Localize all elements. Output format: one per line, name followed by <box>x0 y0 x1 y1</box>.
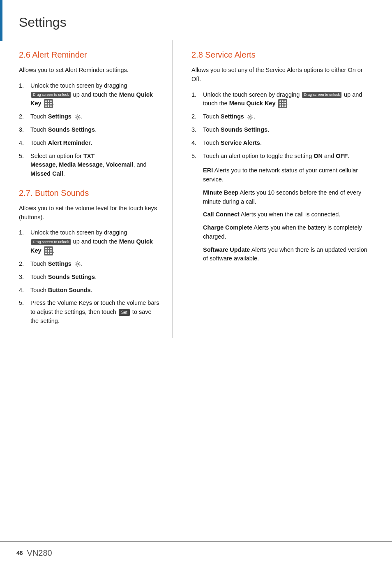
section-service-alerts: 2.8 Service Alerts Allows you to set any… <box>191 49 369 263</box>
step-number: 3. <box>19 273 30 282</box>
step-content: Press the Volume Keys or touch the volum… <box>30 299 160 325</box>
step-4-button-sounds: 4. Touch Button Sounds. <box>19 286 160 295</box>
page-title: Settings <box>19 8 376 32</box>
step-content: Touch Sounds Settings. <box>203 125 369 135</box>
section-button-sounds: 2.7. Button Sounds Allows you to set the… <box>19 187 160 326</box>
section-title-button-sounds: 2.7. Button Sounds <box>19 187 160 199</box>
step-content: Unlock the touch screen by dragging Drag… <box>203 91 369 109</box>
eri-description: ERI Alerts you to the network status of … <box>203 166 369 184</box>
step-3-alert-reminder: 3. Touch Sounds Settings. <box>19 125 160 135</box>
minute-beep-description: Minute Beep Alerts you 10 seconds before… <box>203 188 369 207</box>
step-number: 5. <box>19 299 30 308</box>
left-column: 2.6 Alert Reminder Allows you to set Ale… <box>0 40 173 338</box>
call-connect-term: Call Connect <box>203 211 240 218</box>
step-content: Touch Service Alerts. <box>203 139 369 148</box>
section-desc-service-alerts: Allows you to set any of the Service Ale… <box>191 66 369 84</box>
page-header: Settings <box>0 0 392 36</box>
eri-desc-text: Alerts you to the network status of your… <box>203 167 358 183</box>
alert-descriptions: ERI Alerts you to the network status of … <box>203 166 369 263</box>
step-content: Touch Sounds Settings. <box>30 125 160 135</box>
software-update-term: Software Update <box>203 246 250 253</box>
step-number: 2. <box>19 260 30 269</box>
page: Settings 2.6 Alert Reminder Allows you t… <box>0 0 392 564</box>
svg-point-0 <box>77 116 79 118</box>
step-content: Unlock the touch screen by dragging Drag… <box>30 81 160 109</box>
step-1-service-alerts: 1. Unlock the touch screen by dragging D… <box>191 91 369 109</box>
software-update-description: Software Update Alerts you when there is… <box>203 246 369 264</box>
step-2-button-sounds: 2. Touch Settings . <box>19 260 160 269</box>
menu-quick-key-icon <box>278 99 287 108</box>
svg-point-2 <box>249 116 251 118</box>
content-area: 2.6 Alert Reminder Allows you to set Ale… <box>0 36 392 338</box>
step-4-service-alerts: 4. Touch Service Alerts. <box>191 139 369 148</box>
step-2-service-alerts: 2. Touch Settings . <box>191 112 369 121</box>
step-number: 4. <box>191 139 203 148</box>
settings-icon <box>74 114 81 121</box>
call-connect-desc-text: Alerts you when the call is connected. <box>240 211 341 218</box>
section-title-alert-reminder: 2.6 Alert Reminder <box>19 49 160 61</box>
step-3-button-sounds: 3. Touch Sounds Settings. <box>19 273 160 282</box>
menu-quick-key-icon <box>44 99 53 108</box>
step-3-service-alerts: 3. Touch Sounds Settings. <box>191 125 369 135</box>
step-content: Touch Alert Reminder. <box>30 139 160 148</box>
charge-complete-description: Charge Complete Alerts you when the batt… <box>203 223 369 241</box>
step-content: Touch Settings . <box>30 112 160 121</box>
eri-term: ERI <box>203 167 213 174</box>
drag-badge: Drag screen to unlock <box>302 92 341 98</box>
section-desc-alert-reminder: Allows you to set Alert Reminder setting… <box>19 66 160 75</box>
steps-list-button-sounds: 1. Unlock the touch screen by dragging D… <box>19 228 160 325</box>
left-accent-bar <box>0 0 2 41</box>
step-2-alert-reminder: 2. Touch Settings . <box>19 112 160 121</box>
step-content: Select an option for TXTMessage, Media M… <box>30 152 160 179</box>
step-number: 2. <box>19 112 30 121</box>
svg-point-1 <box>77 263 79 265</box>
step-number: 3. <box>19 125 30 135</box>
step-number: 4. <box>19 139 30 148</box>
set-badge: Set <box>119 309 130 316</box>
step-4-alert-reminder: 4. Touch Alert Reminder. <box>19 139 160 148</box>
step-content: Touch Sounds Settings. <box>30 273 160 282</box>
step-5-service-alerts: 5. Touch an alert option to toggle the s… <box>191 152 369 161</box>
step-number: 5. <box>191 152 203 161</box>
step-content: Touch an alert option to toggle the sett… <box>203 152 369 161</box>
step-content: Touch Button Sounds. <box>30 286 160 295</box>
footer-page-number: 46 <box>16 549 23 557</box>
page-footer: 46 VN280 <box>0 541 392 564</box>
steps-list-service-alerts: 1. Unlock the touch screen by dragging D… <box>191 91 369 161</box>
step-number: 1. <box>191 91 203 100</box>
right-column: 2.8 Service Alerts Allows you to set any… <box>173 40 381 338</box>
section-title-service-alerts: 2.8 Service Alerts <box>191 49 369 61</box>
step-number: 3. <box>191 125 203 135</box>
step-number: 2. <box>191 112 203 121</box>
step-content: Unlock the touch screen by dragging Drag… <box>30 228 160 255</box>
step-number: 1. <box>19 81 30 91</box>
menu-quick-key-icon <box>44 246 53 255</box>
drag-badge: Drag screen to unlock <box>31 239 71 246</box>
section-alert-reminder: 2.6 Alert Reminder Allows you to set Ale… <box>19 49 160 179</box>
drag-badge: Drag screen to unlock <box>31 92 71 98</box>
call-connect-description: Call Connect Alerts you when the call is… <box>203 210 369 219</box>
section-desc-button-sounds: Allows you to set the volume level for t… <box>19 204 160 222</box>
step-5-alert-reminder: 5. Select an option for TXTMessage, Medi… <box>19 152 160 179</box>
settings-icon <box>74 261 81 267</box>
step-number: 1. <box>19 228 30 237</box>
settings-icon <box>247 114 254 121</box>
step-content: Touch Settings . <box>30 260 160 269</box>
footer-model: VN280 <box>27 547 52 559</box>
step-number: 4. <box>19 286 30 295</box>
charge-complete-term: Charge Complete <box>203 224 252 231</box>
step-1-alert-reminder: 1. Unlock the touch screen by dragging D… <box>19 81 160 109</box>
step-5-button-sounds: 5. Press the Volume Keys or touch the vo… <box>19 299 160 325</box>
step-content: Touch Settings . <box>203 112 369 121</box>
steps-list-alert-reminder: 1. Unlock the touch screen by dragging D… <box>19 81 160 179</box>
minute-beep-term: Minute Beep <box>203 189 238 196</box>
step-number: 5. <box>19 152 30 161</box>
step-1-button-sounds: 1. Unlock the touch screen by dragging D… <box>19 228 160 255</box>
